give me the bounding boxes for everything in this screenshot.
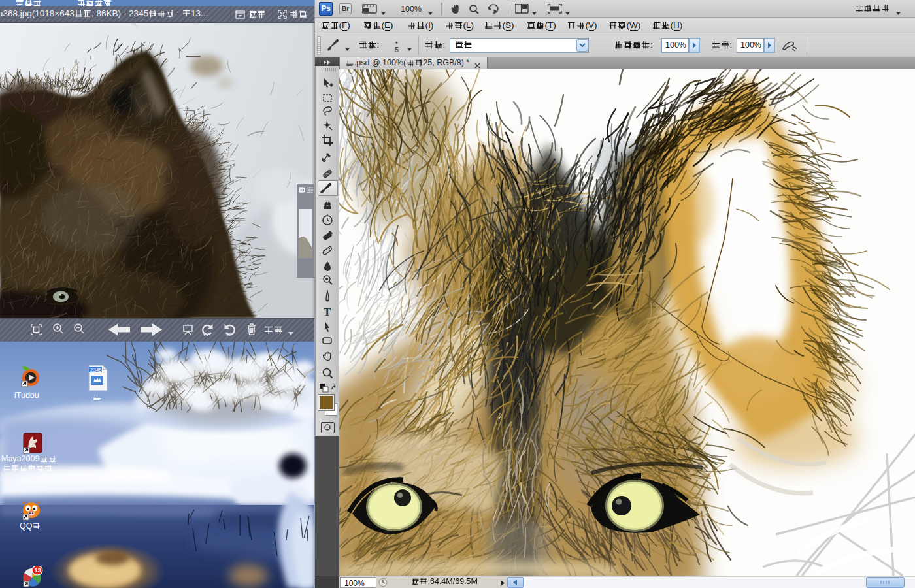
svg-text:, 86KB) - 2345: , 86KB) - 2345 <box>92 9 148 18</box>
svg-text:(H): (H) <box>671 21 683 30</box>
svg-text:(S): (S) <box>503 21 514 30</box>
svg-text::64.4M/69.5M: :64.4M/69.5M <box>428 578 478 586</box>
svg-text:(E): (E) <box>382 21 393 30</box>
svg-text::: : <box>730 41 733 50</box>
svg-text:25, RGB/8) *: 25, RGB/8) * <box>423 59 469 67</box>
svg-text:(L): (L) <box>463 21 474 30</box>
svg-text:(W): (W) <box>627 21 641 30</box>
svg-text:QQ: QQ <box>20 522 33 531</box>
svg-text:.psd @ 100%(: .psd @ 100%( <box>354 59 407 67</box>
svg-text:100%: 100% <box>401 5 422 14</box>
svg-text:a368.jpg(1018×643: a368.jpg(1018×643 <box>0 9 75 18</box>
svg-text:(V): (V) <box>586 21 597 30</box>
svg-text:(I): (I) <box>425 21 434 30</box>
svg-text:2345: 2345 <box>90 367 102 373</box>
svg-text:(T): (T) <box>545 21 556 30</box>
svg-text:iTudou: iTudou <box>14 391 39 400</box>
svg-text::: : <box>377 41 380 50</box>
svg-text:13...: 13... <box>191 9 208 18</box>
svg-text:5: 5 <box>395 46 399 54</box>
svg-text::: : <box>650 41 653 50</box>
svg-text:T: T <box>324 306 331 318</box>
svg-text:90: 90 <box>203 331 208 337</box>
svg-text:Maya2009: Maya2009 <box>1 455 39 463</box>
svg-text::: : <box>443 41 446 50</box>
svg-text:13: 13 <box>35 567 41 574</box>
svg-text:(F): (F) <box>339 21 350 30</box>
svg-text:-: - <box>175 9 178 18</box>
svg-text:90: 90 <box>226 331 231 337</box>
